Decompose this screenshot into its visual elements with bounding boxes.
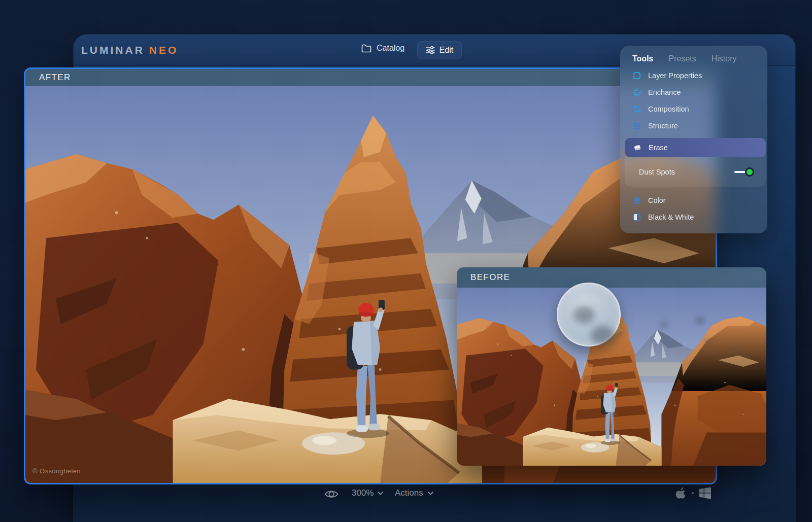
- edit-label: Edit: [439, 46, 454, 55]
- logo-neo: NEO: [149, 44, 179, 56]
- dust-spot: [704, 338, 712, 344]
- dust-spots-label: Dust Spots: [639, 168, 675, 176]
- photo-credit-watermark: © Ossonghelen: [32, 467, 81, 475]
- before-header: BEFORE: [457, 267, 766, 288]
- eraser-icon: [633, 143, 642, 152]
- page: LUMINAR NEO Catalog Edit AFTER © Ossongh…: [0, 0, 812, 522]
- dust-spots-toggle[interactable]: [734, 167, 754, 177]
- erase-tool-group: Erase Dust Spots: [625, 138, 766, 187]
- tool-item-black-white[interactable]: Black & White: [632, 211, 694, 223]
- after-label: AFTER: [39, 73, 71, 83]
- tool-label: Enchance: [648, 88, 681, 96]
- tool-item-structure[interactable]: Structure: [632, 120, 678, 132]
- half-square-icon: [632, 213, 641, 222]
- edit-button[interactable]: Edit: [417, 41, 462, 59]
- app-logo: LUMINAR NEO: [81, 44, 178, 56]
- toggle-knob: [745, 167, 754, 177]
- dust-spot: [694, 316, 705, 325]
- tools-panel: Tools Presets History Layer Properties E…: [620, 46, 767, 233]
- actions-dropdown[interactable]: Actions: [395, 488, 434, 498]
- tool-item-composition[interactable]: Composition: [632, 103, 689, 115]
- zoom-level-value: 300%: [352, 488, 374, 498]
- after-header: AFTER: [25, 69, 716, 86]
- before-label: BEFORE: [470, 272, 510, 283]
- tool-label: Color: [648, 196, 666, 204]
- platform-logos: [675, 486, 711, 500]
- sliders-icon: [426, 46, 435, 54]
- catalog-button[interactable]: Catalog: [361, 44, 404, 53]
- tool-item-erase[interactable]: Erase: [625, 138, 766, 157]
- sparkle-icon: [632, 88, 641, 97]
- tab-presets[interactable]: Presets: [668, 54, 696, 63]
- tool-item-enchance[interactable]: Enchance: [632, 86, 681, 98]
- layer-square-icon: [632, 71, 641, 80]
- chevron-down-icon: [377, 491, 384, 495]
- catalog-label: Catalog: [377, 44, 404, 53]
- logo-luminar: LUMINAR: [81, 44, 145, 56]
- tools-panel-tabs: Tools Presets History: [632, 54, 737, 63]
- color-wheel-icon: [632, 196, 641, 205]
- dots-grid-icon: [632, 121, 641, 130]
- tab-history[interactable]: History: [712, 54, 737, 63]
- folder-icon: [361, 44, 371, 53]
- tab-tools[interactable]: Tools: [632, 54, 653, 63]
- tool-label: Black & White: [648, 213, 694, 221]
- dust-spot: [660, 321, 669, 328]
- zoom-level-dropdown[interactable]: 300%: [352, 488, 384, 498]
- crop-icon: [632, 105, 641, 114]
- before-panel: BEFORE: [457, 267, 766, 466]
- tool-label: Erase: [649, 144, 668, 152]
- tool-item-layer-properties[interactable]: Layer Properties: [632, 69, 702, 82]
- dust-spots-row[interactable]: Dust Spots: [625, 157, 766, 187]
- windows-logo-icon: [699, 487, 711, 499]
- actions-label: Actions: [395, 488, 423, 498]
- tool-label: Composition: [648, 105, 689, 113]
- separator-dot: [692, 492, 694, 494]
- tool-label: Structure: [648, 122, 678, 130]
- apple-logo-icon: [675, 486, 687, 500]
- tool-item-color[interactable]: Color: [632, 194, 666, 206]
- magnified-dust-spot: [573, 306, 595, 324]
- dust-magnifier-loupe: [557, 283, 621, 346]
- tool-label: Layer Properties: [648, 72, 702, 80]
- chevron-down-icon: [427, 491, 434, 495]
- dust-spot: [731, 347, 737, 353]
- compare-eye-button[interactable]: [324, 488, 339, 500]
- dust-spot: [617, 330, 623, 335]
- magnified-dust-spot: [591, 326, 615, 345]
